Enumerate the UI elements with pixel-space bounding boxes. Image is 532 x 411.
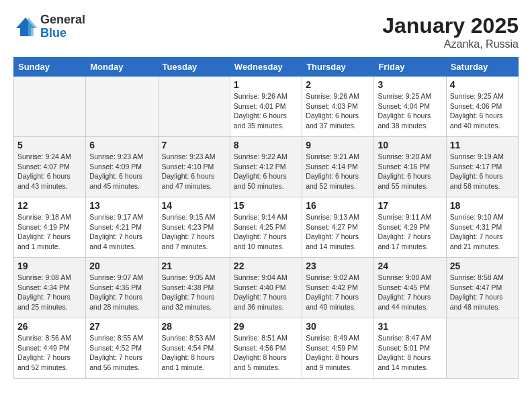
calendar-day-cell: 1Sunrise: 9:26 AM Sunset: 4:01 PM Daylig… [230, 77, 302, 137]
calendar-day-cell: 21Sunrise: 9:05 AM Sunset: 4:38 PM Dayli… [158, 258, 230, 318]
calendar-day-cell: 4Sunrise: 9:25 AM Sunset: 4:06 PM Daylig… [446, 77, 518, 137]
day-info: Sunrise: 9:05 AM Sunset: 4:38 PM Dayligh… [162, 273, 226, 312]
day-info: Sunrise: 9:07 AM Sunset: 4:36 PM Dayligh… [89, 273, 154, 312]
calendar-day-cell: 25Sunrise: 8:58 AM Sunset: 4:47 PM Dayli… [446, 258, 518, 318]
day-number: 31 [378, 321, 442, 332]
header-tuesday: Tuesday [158, 58, 230, 77]
calendar-day-cell: 6Sunrise: 9:23 AM Sunset: 4:09 PM Daylig… [86, 137, 158, 197]
calendar-day-cell: 26Sunrise: 8:56 AM Sunset: 4:49 PM Dayli… [14, 318, 86, 379]
day-number: 8 [234, 140, 298, 150]
day-info: Sunrise: 9:02 AM Sunset: 4:42 PM Dayligh… [306, 273, 370, 312]
day-number: 1 [234, 79, 298, 90]
day-number: 17 [378, 200, 442, 211]
day-number: 9 [306, 140, 370, 150]
day-info: Sunrise: 9:25 AM Sunset: 4:04 PM Dayligh… [378, 91, 442, 131]
header-wednesday: Wednesday [230, 58, 302, 77]
calendar-day-cell: 17Sunrise: 9:11 AM Sunset: 4:29 PM Dayli… [374, 197, 446, 258]
calendar-day-cell: 12Sunrise: 9:18 AM Sunset: 4:19 PM Dayli… [14, 197, 86, 258]
day-info: Sunrise: 9:04 AM Sunset: 4:40 PM Dayligh… [234, 273, 298, 312]
day-number: 13 [89, 200, 154, 211]
calendar-day-cell: 13Sunrise: 9:17 AM Sunset: 4:21 PM Dayli… [86, 197, 158, 258]
day-number: 29 [234, 321, 298, 332]
calendar-day-cell: 3Sunrise: 9:25 AM Sunset: 4:04 PM Daylig… [374, 77, 446, 137]
header-monday: Monday [86, 58, 158, 77]
calendar-day-cell: 30Sunrise: 8:49 AM Sunset: 4:59 PM Dayli… [302, 318, 374, 379]
day-info: Sunrise: 9:25 AM Sunset: 4:06 PM Dayligh… [450, 91, 515, 131]
calendar-header-row: Sunday Monday Tuesday Wednesday Thursday… [14, 58, 519, 77]
day-number: 11 [450, 140, 515, 150]
day-info: Sunrise: 9:10 AM Sunset: 4:31 PM Dayligh… [450, 212, 515, 252]
calendar-table: Sunday Monday Tuesday Wednesday Thursday… [13, 57, 519, 379]
day-number: 23 [306, 261, 370, 271]
header-thursday: Thursday [302, 58, 374, 77]
day-info: Sunrise: 9:23 AM Sunset: 4:10 PM Dayligh… [162, 152, 226, 191]
header-friday: Friday [374, 58, 446, 77]
day-number: 22 [234, 261, 298, 271]
day-number: 6 [89, 140, 154, 150]
logo-blue-label: Blue [40, 27, 85, 40]
calendar-week-row: 12Sunrise: 9:18 AM Sunset: 4:19 PM Dayli… [14, 197, 519, 258]
svg-marker-1 [28, 17, 38, 36]
day-info: Sunrise: 8:53 AM Sunset: 4:54 PM Dayligh… [162, 333, 226, 373]
day-number: 3 [378, 79, 442, 90]
day-info: Sunrise: 9:18 AM Sunset: 4:19 PM Dayligh… [17, 212, 82, 252]
calendar-day-cell: 16Sunrise: 9:13 AM Sunset: 4:27 PM Dayli… [302, 197, 374, 258]
calendar-day-cell: 19Sunrise: 9:08 AM Sunset: 4:34 PM Dayli… [14, 258, 86, 318]
day-number: 20 [89, 261, 154, 271]
day-number: 24 [378, 261, 442, 271]
header-saturday: Saturday [446, 58, 518, 77]
calendar-day-cell: 10Sunrise: 9:20 AM Sunset: 4:16 PM Dayli… [374, 137, 446, 197]
day-number: 25 [450, 261, 515, 271]
day-info: Sunrise: 9:19 AM Sunset: 4:17 PM Dayligh… [450, 152, 515, 191]
calendar-day-cell: 8Sunrise: 9:22 AM Sunset: 4:12 PM Daylig… [230, 137, 302, 197]
day-info: Sunrise: 9:17 AM Sunset: 4:21 PM Dayligh… [89, 212, 154, 252]
calendar-day-cell: 22Sunrise: 9:04 AM Sunset: 4:40 PM Dayli… [230, 258, 302, 318]
calendar-day-cell: 31Sunrise: 8:47 AM Sunset: 5:01 PM Dayli… [374, 318, 446, 379]
day-info: Sunrise: 8:58 AM Sunset: 4:47 PM Dayligh… [450, 273, 515, 312]
logo-text: General Blue [40, 13, 85, 40]
day-number: 7 [162, 140, 226, 150]
logo-general-label: General [40, 13, 85, 27]
calendar-day-cell [446, 318, 518, 379]
calendar-day-cell: 28Sunrise: 8:53 AM Sunset: 4:54 PM Dayli… [158, 318, 230, 379]
page-header: General Blue January 2025 Azanka, Russia [13, 13, 519, 50]
calendar-day-cell: 14Sunrise: 9:15 AM Sunset: 4:23 PM Dayli… [158, 197, 230, 258]
calendar-day-cell: 20Sunrise: 9:07 AM Sunset: 4:36 PM Dayli… [86, 258, 158, 318]
day-info: Sunrise: 9:13 AM Sunset: 4:27 PM Dayligh… [306, 212, 370, 252]
day-number: 19 [17, 261, 82, 271]
calendar-day-cell: 5Sunrise: 9:24 AM Sunset: 4:07 PM Daylig… [14, 137, 86, 197]
calendar-day-cell: 24Sunrise: 9:00 AM Sunset: 4:45 PM Dayli… [374, 258, 446, 318]
month-year-title: January 2025 [382, 13, 519, 38]
location-subtitle: Azanka, Russia [382, 38, 519, 50]
day-info: Sunrise: 9:00 AM Sunset: 4:45 PM Dayligh… [378, 273, 442, 312]
day-info: Sunrise: 8:55 AM Sunset: 4:52 PM Dayligh… [89, 333, 154, 373]
title-block: January 2025 Azanka, Russia [382, 13, 519, 50]
day-number: 28 [162, 321, 226, 332]
calendar-day-cell [158, 77, 230, 137]
calendar-day-cell: 11Sunrise: 9:19 AM Sunset: 4:17 PM Dayli… [446, 137, 518, 197]
day-number: 21 [162, 261, 226, 271]
logo-icon [13, 15, 38, 39]
calendar-day-cell: 27Sunrise: 8:55 AM Sunset: 4:52 PM Dayli… [86, 318, 158, 379]
day-number: 10 [378, 140, 442, 150]
calendar-week-row: 1Sunrise: 9:26 AM Sunset: 4:01 PM Daylig… [14, 77, 519, 137]
day-info: Sunrise: 9:21 AM Sunset: 4:14 PM Dayligh… [306, 152, 370, 191]
day-info: Sunrise: 9:20 AM Sunset: 4:16 PM Dayligh… [378, 152, 442, 191]
calendar-day-cell: 18Sunrise: 9:10 AM Sunset: 4:31 PM Dayli… [446, 197, 518, 258]
day-info: Sunrise: 8:51 AM Sunset: 4:56 PM Dayligh… [234, 333, 298, 373]
day-info: Sunrise: 9:08 AM Sunset: 4:34 PM Dayligh… [17, 273, 82, 312]
day-number: 14 [162, 200, 226, 211]
day-info: Sunrise: 8:47 AM Sunset: 5:01 PM Dayligh… [378, 333, 442, 373]
day-number: 16 [306, 200, 370, 211]
day-info: Sunrise: 9:14 AM Sunset: 4:25 PM Dayligh… [234, 212, 298, 252]
day-info: Sunrise: 9:22 AM Sunset: 4:12 PM Dayligh… [234, 152, 298, 191]
day-number: 5 [17, 140, 82, 150]
logo: General Blue [13, 13, 85, 40]
day-number: 26 [17, 321, 82, 332]
day-info: Sunrise: 8:56 AM Sunset: 4:49 PM Dayligh… [17, 333, 82, 373]
day-info: Sunrise: 9:11 AM Sunset: 4:29 PM Dayligh… [378, 212, 442, 252]
calendar-week-row: 19Sunrise: 9:08 AM Sunset: 4:34 PM Dayli… [14, 258, 519, 318]
calendar-day-cell: 29Sunrise: 8:51 AM Sunset: 4:56 PM Dayli… [230, 318, 302, 379]
day-info: Sunrise: 9:23 AM Sunset: 4:09 PM Dayligh… [89, 152, 154, 191]
day-info: Sunrise: 9:15 AM Sunset: 4:23 PM Dayligh… [162, 212, 226, 252]
